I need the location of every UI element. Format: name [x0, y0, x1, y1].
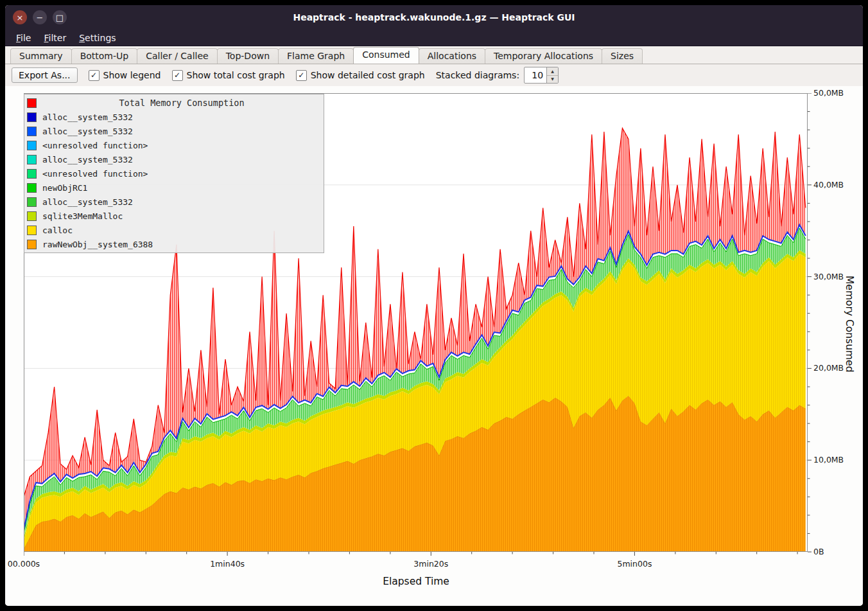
stacked-diagrams-group: Stacked diagrams: 10 ▲ ▼: [436, 67, 559, 84]
legend-item: <unresolved function>: [27, 138, 321, 152]
x-axis-tick-label: 3min20s: [413, 559, 448, 569]
maximize-button[interactable]: □: [53, 10, 67, 24]
close-button[interactable]: ×: [13, 10, 27, 24]
legend-item: newObjRC1: [27, 181, 321, 195]
legend-swatch-total: [27, 98, 37, 108]
legend-item: alloc__system_5332: [27, 124, 321, 138]
show-detailed-cost-checkbox[interactable]: ✓ Show detailed cost graph: [296, 70, 425, 81]
legend-item: <unresolved function>: [27, 166, 321, 181]
x-axis-tick-label: 5min00s: [617, 559, 652, 569]
export-as-button[interactable]: Export As...: [12, 67, 78, 83]
spin-down-button[interactable]: ▼: [547, 76, 558, 84]
spin-buttons: ▲ ▼: [546, 67, 558, 83]
toolbar: Export As... ✓ Show legend ✓ Show total …: [5, 64, 863, 86]
tabbar: Summary Bottom-Up Caller / Callee Top-Do…: [5, 46, 863, 64]
legend-swatch: [27, 226, 37, 235]
chevron-up-icon: ▲: [551, 69, 554, 73]
show-detailed-cost-label: Show detailed cost graph: [311, 70, 425, 80]
legend-title-row: Total Memory Consumption: [27, 96, 321, 110]
legend-swatch: [27, 240, 37, 249]
y-axis-tick-label: 30,0MB: [813, 272, 844, 281]
legend-swatch: [27, 112, 37, 122]
tab-consumed[interactable]: Consumed: [353, 47, 419, 64]
stacked-diagrams-spinbox[interactable]: 10 ▲ ▼: [524, 67, 559, 84]
y-axis-tick-label: 10,0MB: [813, 455, 844, 465]
tab-bottom-up[interactable]: Bottom-Up: [71, 48, 138, 64]
y-axis-title: Memory Consumed: [844, 276, 855, 372]
minimize-icon: −: [37, 13, 44, 21]
legend-swatch: [27, 211, 37, 221]
y-axis-tick-label: 0B: [813, 547, 824, 556]
stacked-diagrams-value[interactable]: 10: [525, 67, 546, 83]
tab-summary[interactable]: Summary: [10, 48, 72, 64]
show-legend-label: Show legend: [103, 70, 161, 80]
window-frame: × − □ Heaptrack - heaptrack.wakunode.1.g…: [5, 5, 863, 606]
checkbox-check-icon: ✓: [296, 70, 307, 81]
chart-area: Total Memory Consumption alloc__system_5…: [5, 86, 863, 606]
window-controls: × − □: [13, 5, 67, 30]
maximize-icon: □: [56, 13, 64, 21]
legend-item: calloc: [27, 223, 321, 237]
stacked-diagrams-label: Stacked diagrams:: [436, 70, 519, 80]
legend-item: sqlite3MemMalloc: [27, 209, 321, 223]
y-axis-tick-label: 20,0MB: [813, 363, 844, 373]
x-axis-tick-label: 00.000s: [8, 559, 40, 569]
tab-top-down[interactable]: Top-Down: [217, 48, 279, 64]
legend-item: alloc__system_5332: [27, 152, 321, 166]
y-axis-tick-label: 40,0MB: [813, 180, 844, 190]
spin-up-button[interactable]: ▲: [547, 67, 558, 76]
checkbox-check-icon: ✓: [172, 70, 183, 81]
menu-file[interactable]: File: [10, 31, 37, 44]
tab-allocations[interactable]: Allocations: [419, 48, 485, 64]
legend-swatch: [27, 169, 37, 179]
legend-item: alloc__system_5332: [27, 110, 321, 124]
legend-title: Total Memory Consumption: [42, 98, 321, 108]
menu-filter[interactable]: Filter: [38, 31, 72, 44]
legend-swatch: [27, 155, 37, 164]
close-icon: ×: [17, 13, 24, 21]
legend-swatch: [27, 141, 37, 150]
show-total-cost-label: Show total cost graph: [187, 70, 285, 80]
tab-temporary-allocations[interactable]: Temporary Allocations: [485, 48, 602, 64]
heaptrack-window: × − □ Heaptrack - heaptrack.wakunode.1.g…: [0, 0, 868, 611]
legend-item: rawNewObj__system_6388: [27, 237, 321, 251]
tab-sizes[interactable]: Sizes: [602, 48, 643, 64]
x-axis-tick-label: 1min40s: [210, 559, 245, 569]
legend-swatch: [27, 183, 37, 193]
titlebar[interactable]: × − □ Heaptrack - heaptrack.wakunode.1.g…: [5, 5, 863, 30]
minimize-button[interactable]: −: [33, 10, 47, 24]
window-title: Heaptrack - heaptrack.wakunode.1.gz — He…: [293, 12, 575, 22]
menu-settings[interactable]: Settings: [73, 31, 121, 44]
x-axis-title: Elapsed Time: [383, 576, 449, 587]
legend-swatch: [27, 197, 37, 207]
show-legend-checkbox[interactable]: ✓ Show legend: [89, 70, 161, 81]
tab-flame-graph[interactable]: Flame Graph: [278, 48, 354, 64]
legend-item: alloc__system_5332: [27, 195, 321, 209]
tab-caller-callee[interactable]: Caller / Callee: [137, 48, 217, 64]
legend-swatch: [27, 127, 37, 136]
menubar: File Filter Settings: [5, 30, 863, 46]
chart-legend: Total Memory Consumption alloc__system_5…: [24, 94, 324, 253]
y-axis-tick-label: 50,0MB: [813, 88, 844, 98]
checkbox-check-icon: ✓: [89, 70, 100, 81]
chevron-down-icon: ▼: [551, 77, 554, 81]
show-total-cost-checkbox[interactable]: ✓ Show total cost graph: [172, 70, 285, 81]
